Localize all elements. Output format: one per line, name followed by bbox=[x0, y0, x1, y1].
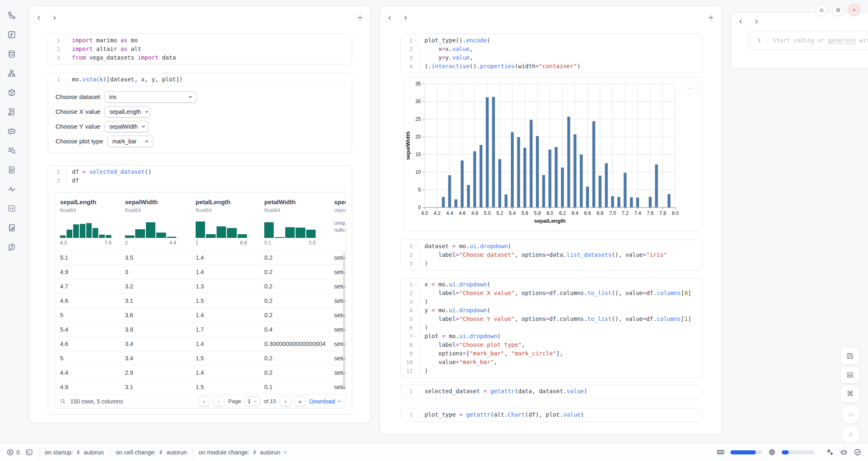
on-module-change-autorun-button[interactable]: on module change: autorun bbox=[199, 449, 288, 456]
layout-toggle-button[interactable] bbox=[840, 366, 860, 384]
svg-text:6.0: 6.0 bbox=[547, 210, 554, 216]
column-prev-button[interactable] bbox=[33, 12, 44, 23]
chevron-down-icon bbox=[144, 139, 149, 144]
column-next-button[interactable] bbox=[49, 12, 60, 23]
code-editor[interactable]: dataset = mo.ui.dropdown( label="Choose … bbox=[419, 242, 702, 268]
code-cell-selected-dataset[interactable]: 1 selected_dataset = getattr(data, datas… bbox=[400, 385, 702, 398]
sidebar-item-database[interactable] bbox=[5, 48, 18, 60]
search-icon[interactable] bbox=[60, 398, 66, 405]
sidebar-item-scroll[interactable] bbox=[5, 106, 18, 118]
table-row[interactable]: 4.42.91.40.2setosa bbox=[55, 365, 346, 380]
error-count-button[interactable]: 0 bbox=[7, 449, 20, 456]
column-prev-button[interactable] bbox=[384, 12, 395, 23]
sidebar-item-function[interactable] bbox=[5, 28, 18, 41]
table-row[interactable]: 53.61.40.2setosa bbox=[55, 308, 346, 322]
code-editor[interactable]: selected_dataset = getattr(data, dataset… bbox=[419, 387, 702, 396]
prev-page-button[interactable]: ‹ bbox=[213, 396, 224, 406]
page-select[interactable]: 1 bbox=[245, 396, 260, 406]
altair-chart-output[interactable]: 4.04.24.44.64.85.05.25.45.65.86.06.26.46… bbox=[404, 77, 702, 231]
column-name: species bbox=[334, 198, 346, 207]
generate-with-ai-link[interactable]: generate bbox=[828, 37, 856, 44]
close-panel-button[interactable] bbox=[848, 4, 860, 16]
connection-status-button[interactable] bbox=[854, 448, 861, 456]
code-editor[interactable]: import marimo as moimport altair as altf… bbox=[67, 36, 352, 62]
chevron-down-icon bbox=[144, 109, 149, 114]
code-editor[interactable]: x = mo.ui.dropdown( label="Choose X valu… bbox=[419, 280, 702, 375]
run-all-button[interactable] bbox=[841, 425, 860, 444]
chart-menu-button[interactable]: ⋯ bbox=[684, 82, 697, 95]
on-cell-change-autorun-button[interactable]: on cell change: autorun bbox=[116, 449, 187, 456]
table-cell: 4.9 bbox=[55, 384, 120, 390]
copilot-button[interactable] bbox=[840, 448, 848, 456]
table-row[interactable]: 4.931.40.2setosa bbox=[55, 265, 346, 279]
table-row[interactable]: 5.13.51.40.2setosa bbox=[55, 250, 346, 265]
terminal-button[interactable] bbox=[25, 449, 33, 456]
column-header-species[interactable]: speciesobjectunique:nulls: bbox=[329, 193, 346, 250]
code-cell-xy-plot-dropdowns[interactable]: 1234567891011 x = mo.ui.dropdown( label=… bbox=[400, 278, 702, 378]
line-number: 10 bbox=[404, 358, 413, 366]
sidebar-item-code-snippet[interactable] bbox=[5, 202, 18, 214]
table-row[interactable]: 4.63.41.40.30000000000000004setosa bbox=[55, 337, 346, 351]
plot-type-select[interactable]: mark_bar bbox=[107, 136, 153, 147]
empty-code-cell[interactable]: 1 Start coding or generate with AI bbox=[748, 31, 868, 50]
table-row[interactable]: 53.41.50.2setosa bbox=[55, 351, 346, 365]
code-cell-plot[interactable]: 1234 plot_type().encode( x=x.value, y=y.… bbox=[400, 34, 702, 73]
column-header-sepalLength[interactable]: sepalLengthfloat644.37.9 bbox=[55, 193, 120, 250]
stop-kernel-button[interactable] bbox=[841, 405, 860, 424]
table-row[interactable]: 5.43.91.70.4setosa bbox=[55, 322, 346, 337]
sidebar-item-network[interactable] bbox=[5, 67, 18, 79]
x-value-select[interactable]: sepalLength bbox=[104, 106, 150, 118]
fold-chevron-icon[interactable] bbox=[414, 334, 418, 338]
next-page-button[interactable]: › bbox=[280, 396, 291, 406]
last-page-button[interactable]: » bbox=[295, 396, 306, 406]
command-palette-button[interactable]: ⌘ bbox=[840, 385, 860, 403]
add-cell-button[interactable] bbox=[355, 12, 365, 23]
menu-button[interactable] bbox=[815, 4, 827, 16]
fold-chevron-icon[interactable] bbox=[414, 283, 418, 286]
column-prev-button[interactable] bbox=[735, 16, 746, 27]
code-editor[interactable]: df = selected_dataset()df bbox=[67, 168, 352, 185]
ai-assist-button[interactable] bbox=[826, 448, 834, 456]
code-cell-df[interactable]: 12 df = selected_dataset()df sepalLength… bbox=[48, 165, 352, 415]
sidebar-item-help[interactable] bbox=[5, 241, 18, 253]
first-page-button[interactable]: « bbox=[199, 396, 210, 406]
column-header-sepalWidth[interactable]: sepalWidthfloat6424.4 bbox=[120, 193, 190, 250]
code-editor[interactable]: mo.vstack([dataset, x, y, plot]) bbox=[67, 75, 352, 84]
code-editor[interactable]: plot_type().encode( x=x.value, y=y.value… bbox=[419, 36, 702, 71]
fold-chevron-icon[interactable] bbox=[414, 309, 418, 312]
sidebar-item-log-search[interactable] bbox=[5, 144, 18, 157]
sidebar-item-document[interactable] bbox=[5, 164, 18, 176]
table-scrollbar[interactable] bbox=[343, 253, 345, 388]
settings-button[interactable] bbox=[832, 4, 844, 16]
line-number: 1 bbox=[51, 36, 60, 45]
code-cell-plot-type[interactable]: 1 plot_type = getattr(alt.Chart(df), plo… bbox=[400, 408, 702, 422]
code-cell-imports[interactable]: 123 import marimo as moimport altair as … bbox=[48, 34, 352, 65]
code-cell-dataset[interactable]: 123 dataset = mo.ui.dropdown( label="Cho… bbox=[400, 240, 702, 270]
download-link[interactable]: Download bbox=[309, 398, 342, 405]
file-tree-icon bbox=[7, 11, 16, 20]
table-row[interactable]: 4.73.21.30.2setosa bbox=[55, 279, 346, 293]
column-next-button[interactable] bbox=[751, 16, 762, 27]
save-notebook-button[interactable] bbox=[840, 347, 860, 365]
cpu-icon bbox=[768, 448, 776, 456]
table-row[interactable]: 4.93.11.50.1setosa bbox=[55, 380, 346, 394]
fold-chevron-icon[interactable] bbox=[414, 39, 418, 42]
code-cell-vstack[interactable]: 1 mo.vstack([dataset, x, y, plot]) Choos… bbox=[48, 73, 352, 153]
sidebar-item-bot-chat[interactable] bbox=[5, 125, 18, 137]
column-header-petalWidth[interactable]: petalWidthfloat640.12.5 bbox=[259, 193, 329, 250]
y-value-select[interactable]: sepalWidth bbox=[104, 121, 149, 132]
sidebar-item-activity[interactable] bbox=[5, 183, 18, 195]
code-editor[interactable]: plot_type = getattr(alt.Chart(df), plot.… bbox=[419, 410, 702, 419]
add-cell-button[interactable] bbox=[706, 12, 716, 23]
sidebar-item-file-tree[interactable] bbox=[5, 9, 18, 21]
fold-chevron-icon[interactable] bbox=[414, 244, 418, 248]
gutter-line: 7 bbox=[401, 332, 419, 341]
sidebar-item-package[interactable] bbox=[5, 86, 18, 99]
on-startup-autorun-button[interactable]: on startup: autorun bbox=[45, 449, 104, 456]
code-editor-placeholder[interactable]: Start coding or generate with AI bbox=[767, 36, 868, 45]
column-next-button[interactable] bbox=[400, 12, 411, 23]
table-row[interactable]: 4.63.11.50.2setosa bbox=[55, 293, 346, 308]
sidebar-item-scratchpad[interactable] bbox=[5, 221, 18, 234]
column-header-petalLength[interactable]: petalLengthfloat6416.9 bbox=[190, 193, 259, 250]
dataset-select[interactable]: iris bbox=[104, 91, 197, 103]
